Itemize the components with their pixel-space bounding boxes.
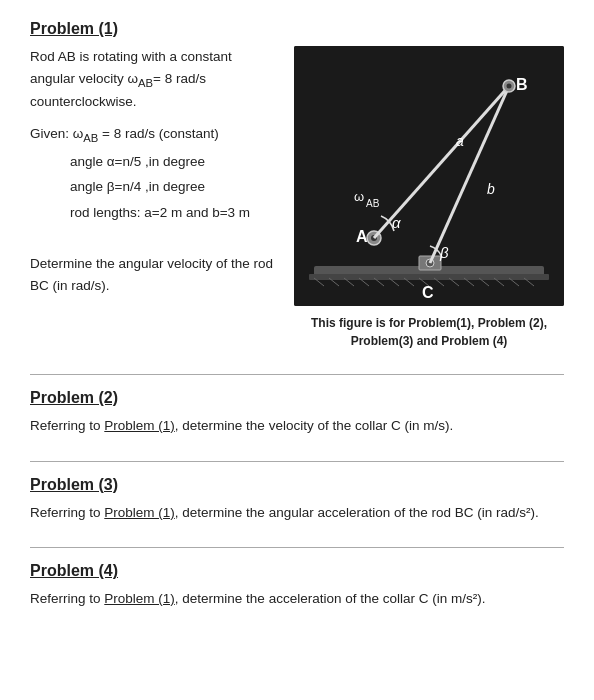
problem-2-body: Referring to Problem (1), determine the … (30, 415, 564, 437)
problem-1-section: Problem (1) Rod AB is rotating with a co… (30, 20, 564, 350)
svg-point-27 (507, 84, 512, 89)
problem-2-ref: Problem (1) (104, 418, 175, 433)
divider-2 (30, 461, 564, 462)
divider-1 (30, 374, 564, 375)
svg-text:α: α (392, 214, 401, 231)
svg-text:C: C (422, 284, 434, 301)
svg-text:AB: AB (366, 198, 380, 209)
figure-caption: This figure is for Problem(1), Problem (… (311, 314, 547, 350)
problem-2-title: Problem (2) (30, 389, 564, 407)
problem-1-lengths: rod lengths: a=2 m and b=3 m (70, 202, 278, 224)
problem-3-body: Referring to Problem (1), determine the … (30, 502, 564, 524)
diagram-svg: A C B a (294, 46, 564, 306)
svg-text:b: b (487, 181, 495, 197)
diagram: A C B a (294, 46, 564, 306)
figure-caption-line2: Problem(3) and Problem (4) (311, 332, 547, 350)
problem-1-desc: Rod AB is rotating with a constant angul… (30, 46, 278, 113)
problem-3-title: Problem (3) (30, 476, 564, 494)
divider-3 (30, 547, 564, 548)
problem-4-body: Referring to Problem (1), determine the … (30, 588, 564, 610)
problem-4-title: Problem (4) (30, 562, 564, 580)
problem-1-given: Given: ωAB = 8 rad/s (constant) (30, 123, 278, 147)
svg-text:A: A (356, 228, 368, 245)
problem-3-section: Problem (3) Referring to Problem (1), de… (30, 476, 564, 524)
svg-text:ω: ω (354, 189, 364, 204)
problem-2-section: Problem (2) Referring to Problem (1), de… (30, 389, 564, 437)
problem-1-beta: angle β=n/4 ,in degree (70, 176, 278, 198)
svg-text:a: a (456, 133, 464, 149)
figure-caption-line1: This figure is for Problem(1), Problem (… (311, 314, 547, 332)
problem-3-ref: Problem (1) (104, 505, 175, 520)
problem-1-determine: Determine the angular velocity of the ro… (30, 253, 278, 296)
figure-container: A C B a (294, 46, 564, 350)
svg-text:B: B (516, 76, 528, 93)
problem-4-ref: Problem (1) (104, 591, 175, 606)
problem-1-text: Rod AB is rotating with a constant angul… (30, 46, 278, 301)
problem-1-title: Problem (1) (30, 20, 564, 38)
problem-1-alpha: angle α=n/5 ,in degree (70, 151, 278, 173)
svg-text:β: β (439, 244, 449, 261)
problem-4-section: Problem (4) Referring to Problem (1), de… (30, 562, 564, 610)
